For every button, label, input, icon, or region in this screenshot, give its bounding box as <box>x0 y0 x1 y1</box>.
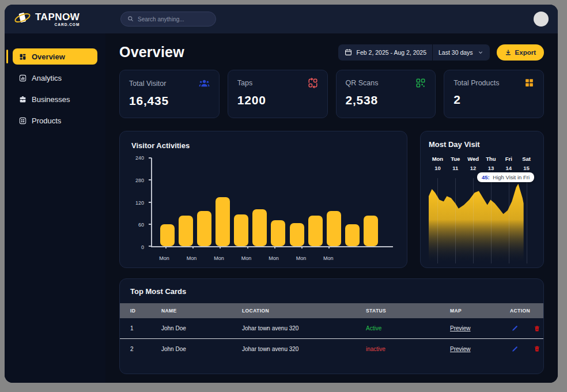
body-row: OverviewAnalyticsBusinessesProducts Over… <box>5 33 558 383</box>
y-tick <box>149 179 152 180</box>
bar <box>308 216 323 246</box>
x-tick-label: Mon <box>159 255 169 261</box>
y-tick <box>149 157 152 159</box>
bar <box>160 224 175 246</box>
cell-location: Johar town avenu 320 <box>242 325 366 331</box>
users-icon <box>199 78 210 89</box>
analytics-icon <box>19 74 27 82</box>
visitor-activities-title: Visitor Activities <box>131 141 395 150</box>
stat-value: 1200 <box>237 93 318 107</box>
bar-chart-y-axis: 240280120600 <box>131 158 149 247</box>
sidebar-item-overview[interactable]: Overview <box>13 48 97 65</box>
preview-link[interactable]: Preview <box>450 325 510 331</box>
status-badge: inactive <box>366 346 450 352</box>
qr-icon <box>415 78 426 88</box>
actions-cell <box>510 325 540 332</box>
x-tick <box>247 246 248 248</box>
gridline <box>527 178 527 263</box>
bar <box>327 211 341 246</box>
tooltip-value: 45: <box>482 174 490 180</box>
cell-name: John Doe <box>161 325 242 331</box>
top-cards-table-card: Top Most Cards IDNAMELOCATIONSTATUSMAPAC… <box>119 278 544 374</box>
export-button[interactable]: Export <box>497 44 544 61</box>
main-content: Overview Feb 2, 2025 - Aug 2, 2025 Last … <box>105 33 558 383</box>
gridline <box>491 178 492 263</box>
table-row: 2John DoeJohar town avenu 320inactivePre… <box>120 338 543 359</box>
bar-chart-x-axis: MonMonMonMonMonMonMon <box>151 252 393 261</box>
app-window: TAPNOW★ CARD.COM Search anything... Over… <box>5 5 558 383</box>
products-icon <box>19 117 27 125</box>
logo[interactable]: TAPNOW★ CARD.COM <box>5 9 105 29</box>
trash-icon[interactable] <box>534 325 540 332</box>
trash-icon[interactable] <box>534 345 540 352</box>
day-date: 14 <box>500 165 517 171</box>
squares-icon <box>524 78 534 88</box>
search-input[interactable]: Search anything... <box>120 12 216 27</box>
column-header-name: NAME <box>161 308 242 314</box>
briefcase-icon <box>19 96 27 103</box>
date-range-picker[interactable]: Feb 2, 2025 - Aug 2, 2025 Last 30 days <box>338 44 490 61</box>
logo-star-icon: ★ <box>68 12 72 21</box>
search-placeholder: Search anything... <box>138 16 184 22</box>
day-tue: Tue11 <box>447 156 464 171</box>
day-name: Sat <box>517 156 535 162</box>
y-tick-label: 60 <box>138 222 144 228</box>
sidebar-item-analytics[interactable]: Analytics <box>13 70 97 86</box>
tooltip-label: High Visit in Fri <box>493 174 530 180</box>
y-tick <box>149 246 152 247</box>
day-name: Thu <box>482 156 500 162</box>
y-tick-label: 0 <box>141 244 144 250</box>
sidebar-item-label: Products <box>32 116 61 125</box>
gridline <box>437 178 438 263</box>
sidebar-item-label: Analytics <box>32 74 62 82</box>
bar <box>345 224 360 246</box>
chevron-down-icon <box>478 50 483 55</box>
topbar: TAPNOW★ CARD.COM Search anything... <box>5 5 558 33</box>
gridline <box>455 178 456 263</box>
logo-text: TAPNOW★ CARD.COM <box>35 12 80 27</box>
day-wed: Wed12 <box>464 156 482 171</box>
sidebar-item-businesses[interactable]: Businesses <box>13 91 97 107</box>
day-sat: Sat15 <box>517 156 535 171</box>
column-header-action: ACTION <box>510 308 533 314</box>
cell-name: John Doe <box>161 346 242 352</box>
y-tick-label: 280 <box>135 178 144 183</box>
x-tick <box>301 246 303 248</box>
stat-label: QR Scans <box>346 79 379 87</box>
preview-link[interactable]: Preview <box>450 346 510 352</box>
page-header: Overview Feb 2, 2025 - Aug 2, 2025 Last … <box>119 44 544 61</box>
column-header-location: LOCATION <box>242 308 366 314</box>
x-tick-label: Mon <box>269 255 279 261</box>
stat-label: Taps <box>237 79 252 87</box>
visitor-activities-chart: 240280120600 MonMonMonMonMonMonMon <box>131 154 395 261</box>
y-tick <box>149 202 152 203</box>
period-selector[interactable]: Last 30 days <box>439 49 473 56</box>
dashboard-icon <box>19 53 27 61</box>
day-fri: Fri14 <box>500 156 517 171</box>
pencil-icon[interactable] <box>511 325 519 332</box>
most-day-visit-chart: 45: High Visit in Fri <box>429 178 535 263</box>
calendar-icon <box>345 48 352 56</box>
cell-id: 2 <box>130 346 161 352</box>
bar <box>197 211 211 246</box>
sidebar-item-products[interactable]: Products <box>13 112 97 129</box>
y-tick-label: 120 <box>135 200 144 206</box>
x-tick <box>220 246 221 248</box>
day-date: 13 <box>482 165 500 171</box>
divider <box>432 44 433 61</box>
bar <box>271 220 285 246</box>
column-header-status: STATUS <box>366 308 450 314</box>
stat-label: Total Visitor <box>129 80 166 88</box>
gridline <box>473 178 474 263</box>
search-icon <box>127 14 134 24</box>
most-day-visit-card: Most Day Visit Mon10Tue11Wed12Thu13Fri14… <box>420 131 544 268</box>
x-tick <box>328 246 330 248</box>
user-avatar[interactable] <box>534 12 549 27</box>
pencil-icon[interactable] <box>511 345 519 353</box>
column-header-map: MAP <box>450 308 510 314</box>
bar <box>364 216 378 246</box>
days-row: Mon10Tue11Wed12Thu13Fri14Sat15 <box>429 156 535 171</box>
area-chart-svg <box>429 178 535 263</box>
x-tick-label: Mon <box>241 255 252 261</box>
sidebar: OverviewAnalyticsBusinessesProducts <box>5 33 105 383</box>
